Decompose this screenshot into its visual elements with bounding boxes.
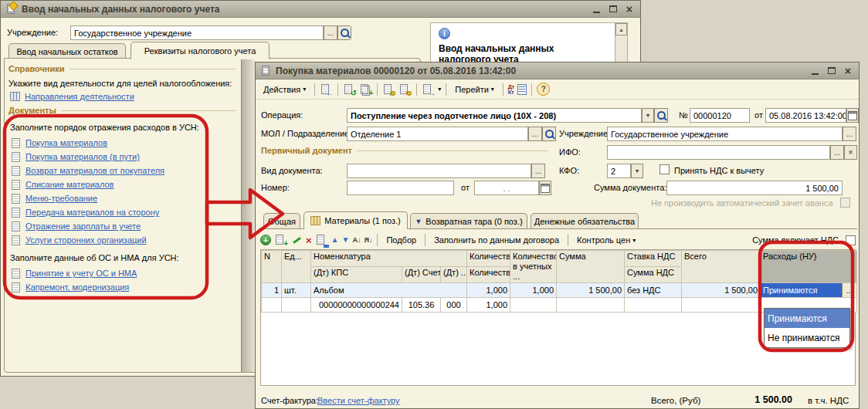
operation-search-button[interactable]	[654, 108, 668, 123]
kfo-input[interactable]: 2	[607, 164, 631, 178]
primary-date-calendar-button[interactable]	[539, 181, 551, 195]
col-sum[interactable]: Сумма	[557, 251, 625, 283]
col-account[interactable]: (Дт) Счет	[402, 267, 441, 283]
link-third-party-services[interactable]: Услуги сторонних организаций	[25, 235, 147, 245]
price-control-button[interactable]: Контроль цен ▾	[573, 234, 639, 246]
doc-kind-ellipsis-button[interactable]: ...	[531, 164, 545, 178]
col-total[interactable]: Всего	[682, 251, 761, 283]
copy-button[interactable]: +	[359, 83, 372, 96]
doc-kind-input[interactable]	[347, 164, 531, 178]
info-panel-scrollbar[interactable]: ▲	[615, 23, 627, 63]
move-up-button[interactable]: ▲	[331, 236, 339, 244]
doc-window-titlebar[interactable]: Покупка материалов 00000120 от 05.08.201…	[256, 63, 859, 79]
vat-deduct-checkbox[interactable]	[659, 164, 670, 174]
institution-search-button[interactable]	[337, 25, 351, 40]
link-accept-os-nma[interactable]: Принятие к учету ОС и НМА	[25, 269, 137, 278]
maximize-icon[interactable]	[609, 5, 617, 12]
post-document-button[interactable]: ↓	[382, 83, 395, 96]
operation-input[interactable]: Поступление через подотчетное лицо (10Х …	[347, 108, 642, 123]
document-date-input[interactable]: 05.08.2016 13:42:00	[765, 108, 846, 123]
sort-desc-button[interactable]: Я↓	[364, 237, 372, 244]
col-expenses[interactable]: Расходы (НУ)	[761, 251, 857, 283]
tab-materials[interactable]: Материалы (1 поз.)	[303, 211, 408, 229]
delete-row-button[interactable]: ×	[306, 235, 312, 245]
expenses-cell[interactable]: Принимаются ...	[761, 283, 857, 298]
dropdown-item-not-accepted[interactable]: Не принимаются	[765, 328, 849, 347]
dropdown-item-accepted[interactable]: Принимаются	[765, 309, 849, 328]
mol-ellipsis-button[interactable]: ...	[528, 127, 542, 141]
document-structure-button[interactable]	[517, 84, 527, 95]
expenses-selected-value[interactable]: Принимаются	[761, 283, 842, 297]
ifo-clear-button[interactable]: ×	[844, 145, 857, 160]
link-capital-repair[interactable]: Капремонт, модернизация	[25, 282, 129, 292]
link-purchase-materials-transit[interactable]: Покупка материалов (в пути)	[25, 152, 140, 161]
link-menu-requirement[interactable]: Меню-требование	[25, 194, 97, 203]
tab-general[interactable]: Общая	[263, 213, 300, 228]
col-kps[interactable]: (Дт) КПС	[311, 267, 402, 283]
maximize-icon[interactable]	[828, 67, 836, 74]
link-transfer-materials[interactable]: Передача материалов на сторону	[25, 208, 159, 217]
close-icon[interactable]: ×	[626, 4, 632, 15]
end-edit-button[interactable]	[315, 234, 328, 246]
institution-ellipsis-button[interactable]: ...	[324, 25, 337, 40]
back-window-titlebar[interactable]: Ввод начальных данных налогового учета ×	[1, 1, 640, 18]
post-menu-arrow-icon[interactable]: ▾	[438, 86, 441, 93]
tab-money-obligations[interactable]: Денежные обязательства	[531, 213, 639, 228]
col-unit[interactable]: Ед...	[282, 251, 311, 283]
link-salary-reflection[interactable]: Отражение зарплаты в учете	[25, 221, 141, 231]
actions-menu-button[interactable]: Действия ▾	[259, 83, 310, 96]
save-button[interactable]: ←	[320, 83, 333, 96]
add-row-button[interactable]: +	[260, 235, 271, 245]
document-number-input[interactable]: 00000120	[690, 108, 750, 123]
kfo-dropdown-button[interactable]: ▾	[631, 164, 643, 178]
move-down-button[interactable]: ▼	[342, 236, 350, 244]
left-panel-scrollbar[interactable]	[241, 59, 255, 372]
institution-ellipsis-button[interactable]: ...	[843, 127, 856, 141]
ifo-ellipsis-button[interactable]: ...	[830, 145, 844, 160]
link-purchase-materials[interactable]: Покупка материалов	[25, 138, 107, 147]
mol-input[interactable]: Отделение 1	[347, 127, 528, 141]
edit-row-button[interactable]	[290, 235, 303, 245]
institution-input[interactable]: Государственное учреждение	[70, 25, 324, 40]
sort-asc-button[interactable]: А↓	[352, 237, 361, 244]
col-vat-sum[interactable]: Сумма НДС	[625, 267, 682, 283]
enter-invoice-link[interactable]: Ввести счет-фактуру	[317, 396, 400, 405]
tab-initial-balances[interactable]: Ввод начальных остатков	[8, 43, 126, 59]
expenses-ellipsis-button[interactable]: ...	[842, 283, 856, 297]
col-nomenclature[interactable]: Номенклатура	[311, 251, 467, 267]
operation-dropdown-button[interactable]: ▾	[642, 108, 654, 123]
unpost-document-button[interactable]: ↑	[398, 83, 412, 96]
col-vat-rate[interactable]: Ставка НДС	[625, 251, 682, 267]
ifo-input[interactable]	[607, 145, 830, 160]
close-icon[interactable]: ×	[845, 66, 851, 76]
fill-by-contract-button[interactable]: Заполнить по данным договора	[430, 234, 563, 246]
scroll-up-button[interactable]: ▲	[615, 23, 627, 35]
help-button[interactable]: ?	[537, 83, 550, 96]
col-qty2[interactable]: Количеств...	[467, 267, 510, 283]
doc-institution-input[interactable]: Государственное учреждение	[607, 127, 843, 141]
go-menu-button[interactable]: Перейти ▾	[451, 83, 498, 96]
link-writeoff-materials[interactable]: Списание материалов	[25, 180, 114, 189]
table-row-main[interactable]: 1 шт. Альбом 1,000 1,000 1 500,00 без НД…	[262, 283, 857, 298]
primary-date-input[interactable]: . .	[474, 181, 539, 195]
post-and-close-button[interactable]: →	[422, 83, 435, 96]
doc-sum-input[interactable]: 1 500,00	[666, 181, 843, 195]
no-auto-offset-checkbox[interactable]	[840, 198, 850, 208]
col-dt3[interactable]: (Дт) ...	[441, 267, 467, 283]
col-qty-account[interactable]: Количество в учетных ...	[510, 251, 557, 283]
refresh-button[interactable]: ↺	[343, 83, 356, 96]
dt-kt-button[interactable]: Дт Кт	[508, 84, 514, 95]
link-return-from-buyer[interactable]: Возврат материалов от покупателя	[25, 166, 164, 175]
copy-row-button[interactable]: +	[274, 234, 287, 246]
date-calendar-button[interactable]	[846, 108, 859, 123]
col-n[interactable]: N	[262, 251, 282, 283]
vat-included-checkbox[interactable]	[846, 235, 856, 245]
primary-number-input[interactable]	[347, 181, 454, 195]
pick-button[interactable]: Подбор	[382, 234, 420, 246]
col-qty[interactable]: Количеств...	[467, 251, 510, 267]
tab-tax-requisites[interactable]: Реквизиты налогового учета	[131, 42, 270, 59]
minimize-icon[interactable]	[812, 73, 819, 75]
minimize-icon[interactable]	[593, 12, 600, 13]
tab-return-tare[interactable]: ▼ Возвратная тара (0 поз.)	[410, 213, 527, 228]
activity-directions-link[interactable]: Направления деятельности	[25, 92, 134, 101]
